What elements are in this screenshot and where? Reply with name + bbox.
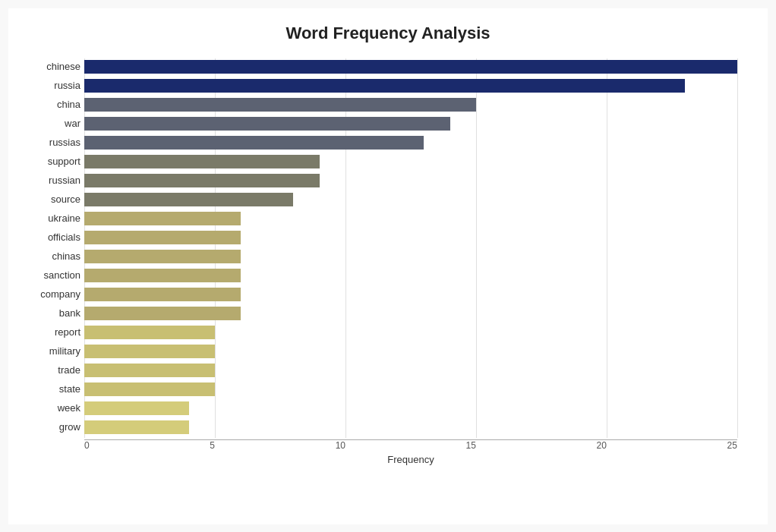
x-axis-label: Frequency (84, 454, 737, 465)
bar-row: russian (84, 172, 737, 189)
bar-row: week (84, 400, 737, 417)
bar-row: grow (84, 419, 737, 436)
bar-row: military (84, 343, 737, 360)
bar-row: ukraine (84, 210, 737, 227)
bar-label: report (24, 326, 80, 338)
bar-label: company (24, 288, 80, 300)
bar (84, 117, 450, 131)
bar-label: military (24, 345, 80, 357)
bar (84, 364, 215, 377)
bar-row: russia (84, 77, 737, 94)
bar (84, 231, 241, 244)
bar-row: support (84, 153, 737, 170)
bar-label: chinese (24, 61, 80, 72)
bar-row: chinas (84, 248, 737, 265)
bar-label: source (24, 194, 80, 205)
bar (84, 326, 215, 339)
bar-row: report (84, 324, 737, 341)
bar-label: chinas (24, 250, 80, 262)
bar (84, 382, 215, 396)
bar (84, 212, 241, 225)
bar-label: grow (24, 421, 80, 433)
x-tick-label: 15 (466, 440, 476, 451)
bar (84, 250, 241, 263)
bar (84, 288, 241, 301)
bar-label: week (24, 402, 80, 414)
bar-label: war (24, 118, 80, 129)
chart-container: Word Frequency Analysis chineserussiachi… (8, 8, 768, 524)
bar-row: sanction (84, 267, 737, 284)
bar (84, 307, 241, 320)
bar-label: russian (24, 175, 80, 186)
x-tick-label: 0 (84, 440, 90, 451)
bar (84, 79, 685, 93)
bar-label: bank (24, 307, 80, 319)
bar-row: source (84, 191, 737, 208)
bar-label: russias (24, 137, 80, 148)
bar-row: bank (84, 305, 737, 322)
bar-row: russias (84, 134, 737, 151)
bar-label: state (24, 383, 80, 395)
bar-row: officials (84, 229, 737, 246)
bar-label: support (24, 156, 80, 167)
bar (84, 345, 215, 358)
bar (84, 155, 320, 168)
bar (84, 60, 737, 74)
bar-label: sanction (24, 269, 80, 281)
bar-row: trade (84, 362, 737, 379)
bar (84, 136, 424, 150)
bar-row: war (84, 115, 737, 132)
bar-label: trade (24, 364, 80, 376)
chart-title: Word Frequency Analysis (24, 24, 752, 43)
bars-container: chineserussiachinawarrussiassupportrussi… (84, 58, 737, 436)
x-tick-label: 10 (336, 440, 345, 451)
bar (84, 420, 189, 434)
bar-row: chinese (84, 58, 737, 75)
bar-label: officials (24, 231, 80, 243)
bar-row: state (84, 381, 737, 398)
bar (84, 269, 241, 282)
bar (84, 98, 476, 112)
bar (84, 401, 189, 415)
bar-label: russia (24, 80, 80, 91)
x-tick-label: 25 (727, 440, 737, 451)
x-axis: 0510152025 Frequency (84, 439, 737, 465)
bar (84, 174, 320, 187)
bar (84, 193, 293, 206)
x-tick-label: 20 (597, 440, 607, 451)
x-tick-label: 5 (210, 440, 215, 451)
bar-row: company (84, 286, 737, 303)
bar-row: china (84, 96, 737, 113)
bar-label: ukraine (24, 212, 80, 224)
bar-label: china (24, 99, 80, 110)
